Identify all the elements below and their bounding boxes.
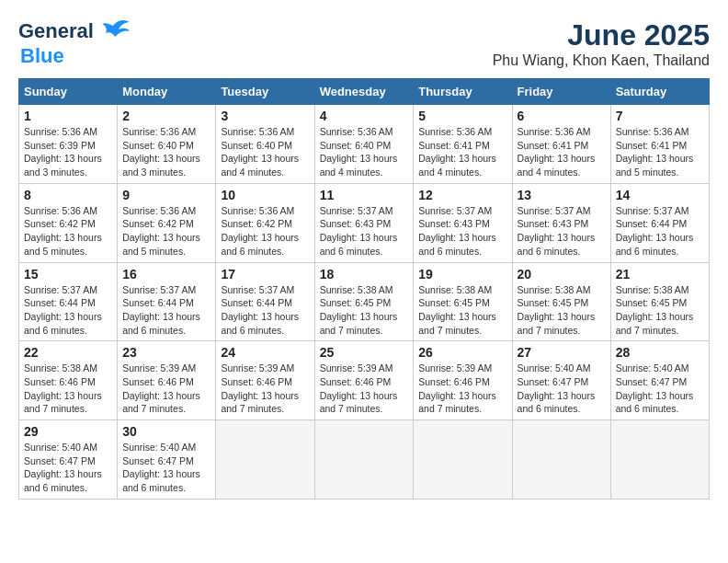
day-22: 22 Sunrise: 5:38 AMSunset: 6:46 PMDaylig… <box>19 341 118 420</box>
header-wednesday: Wednesday <box>314 79 414 105</box>
day-18: 18 Sunrise: 5:38 AMSunset: 6:45 PMDaylig… <box>314 262 414 341</box>
week-row-5: 29 Sunrise: 5:40 AMSunset: 6:47 PMDaylig… <box>19 420 710 500</box>
day-3: 3 Sunrise: 5:36 AMSunset: 6:40 PMDayligh… <box>216 105 314 184</box>
header-friday: Friday <box>512 79 610 105</box>
day-4: 4 Sunrise: 5:36 AMSunset: 6:40 PMDayligh… <box>314 105 414 184</box>
day-9: 9 Sunrise: 5:36 AMSunset: 6:42 PMDayligh… <box>118 183 216 262</box>
day-2: 2 Sunrise: 5:36 AMSunset: 6:40 PMDayligh… <box>118 105 216 184</box>
month-title: June 2025 <box>493 18 710 52</box>
day-13: 13 Sunrise: 5:37 AMSunset: 6:43 PMDaylig… <box>512 183 610 262</box>
week-row-3: 15 Sunrise: 5:37 AMSunset: 6:44 PMDaylig… <box>19 262 710 341</box>
day-12: 12 Sunrise: 5:37 AMSunset: 6:43 PMDaylig… <box>414 183 512 262</box>
day-27: 27 Sunrise: 5:40 AMSunset: 6:47 PMDaylig… <box>512 341 610 420</box>
week-row-2: 8 Sunrise: 5:36 AMSunset: 6:42 PMDayligh… <box>19 183 710 262</box>
empty-cell-3 <box>414 420 512 500</box>
weekday-header-row: Sunday Monday Tuesday Wednesday Thursday… <box>19 79 710 105</box>
day-16: 16 Sunrise: 5:37 AMSunset: 6:44 PMDaylig… <box>118 262 216 341</box>
day-26: 26 Sunrise: 5:39 AMSunset: 6:46 PMDaylig… <box>414 341 512 420</box>
day-7: 7 Sunrise: 5:36 AMSunset: 6:41 PMDayligh… <box>610 105 709 184</box>
day-21: 21 Sunrise: 5:38 AMSunset: 6:45 PMDaylig… <box>610 262 709 341</box>
day-6: 6 Sunrise: 5:36 AMSunset: 6:41 PMDayligh… <box>512 105 610 184</box>
header-monday: Monday <box>118 79 216 105</box>
logo-bird-icon <box>97 18 130 44</box>
header: General Blue June 2025 Phu Wiang, Khon K… <box>18 18 710 69</box>
day-1: 1 Sunrise: 5:36 AMSunset: 6:39 PMDayligh… <box>19 105 118 184</box>
day-14: 14 Sunrise: 5:37 AMSunset: 6:44 PMDaylig… <box>610 183 709 262</box>
day-17: 17 Sunrise: 5:37 AMSunset: 6:44 PMDaylig… <box>216 262 314 341</box>
week-row-1: 1 Sunrise: 5:36 AMSunset: 6:39 PMDayligh… <box>19 105 710 184</box>
day-23: 23 Sunrise: 5:39 AMSunset: 6:46 PMDaylig… <box>118 341 216 420</box>
day-29: 29 Sunrise: 5:40 AMSunset: 6:47 PMDaylig… <box>19 420 118 500</box>
day-28: 28 Sunrise: 5:40 AMSunset: 6:47 PMDaylig… <box>610 341 709 420</box>
page-container: General Blue June 2025 Phu Wiang, Khon K… <box>18 18 710 500</box>
header-tuesday: Tuesday <box>216 79 314 105</box>
day-8: 8 Sunrise: 5:36 AMSunset: 6:42 PMDayligh… <box>19 183 118 262</box>
empty-cell-1 <box>216 420 314 500</box>
header-sunday: Sunday <box>19 79 118 105</box>
day-19: 19 Sunrise: 5:38 AMSunset: 6:45 PMDaylig… <box>414 262 512 341</box>
day-15: 15 Sunrise: 5:37 AMSunset: 6:44 PMDaylig… <box>19 262 118 341</box>
title-area: June 2025 Phu Wiang, Khon Kaen, Thailand <box>493 18 710 69</box>
week-row-4: 22 Sunrise: 5:38 AMSunset: 6:46 PMDaylig… <box>19 341 710 420</box>
location-title: Phu Wiang, Khon Kaen, Thailand <box>493 52 710 69</box>
header-thursday: Thursday <box>414 79 512 105</box>
day-24: 24 Sunrise: 5:39 AMSunset: 6:46 PMDaylig… <box>216 341 314 420</box>
day-11: 11 Sunrise: 5:37 AMSunset: 6:43 PMDaylig… <box>314 183 414 262</box>
day-30: 30 Sunrise: 5:40 AMSunset: 6:47 PMDaylig… <box>118 420 216 500</box>
empty-cell-2 <box>314 420 414 500</box>
calendar: Sunday Monday Tuesday Wednesday Thursday… <box>18 78 710 500</box>
logo-general: General <box>18 19 94 43</box>
empty-cell-5 <box>610 420 709 500</box>
day-10: 10 Sunrise: 5:36 AMSunset: 6:42 PMDaylig… <box>216 183 314 262</box>
day-25: 25 Sunrise: 5:39 AMSunset: 6:46 PMDaylig… <box>314 341 414 420</box>
day-20: 20 Sunrise: 5:38 AMSunset: 6:45 PMDaylig… <box>512 262 610 341</box>
logo-blue: Blue <box>20 44 64 67</box>
day-5: 5 Sunrise: 5:36 AMSunset: 6:41 PMDayligh… <box>414 105 512 184</box>
empty-cell-4 <box>512 420 610 500</box>
header-saturday: Saturday <box>610 79 709 105</box>
logo: General Blue <box>18 18 130 68</box>
logo-text: General Blue <box>18 18 130 68</box>
